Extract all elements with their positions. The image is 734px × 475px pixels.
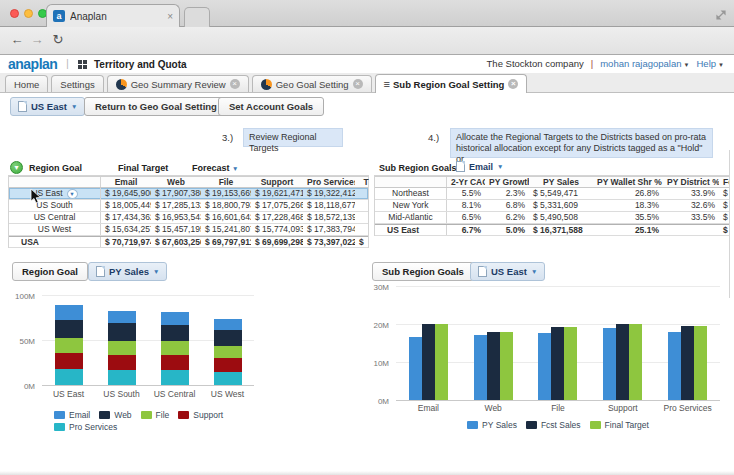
data-cell[interactable]: 6.7% bbox=[447, 225, 485, 235]
data-cell[interactable] bbox=[355, 200, 369, 211]
data-cell[interactable] bbox=[355, 212, 369, 223]
row-label[interactable]: New York bbox=[375, 200, 447, 211]
back-icon[interactable]: ← bbox=[8, 30, 26, 50]
tab-geo-goal-setting[interactable]: Geo Goal Setting × bbox=[252, 75, 372, 92]
data-cell[interactable]: $ 18,118,677 bbox=[303, 200, 355, 211]
row-label[interactable]: US East▼ bbox=[9, 188, 101, 199]
table-row[interactable]: Northeast5.5%2.3%$ 5,549,47126.8%33.9%$ … bbox=[375, 188, 729, 200]
data-cell[interactable]: $ 5,549,471 bbox=[529, 188, 593, 199]
data-cell[interactable]: $ 15,634,257 bbox=[101, 224, 151, 235]
data-cell[interactable]: $ 17,285,132 bbox=[151, 200, 201, 211]
data-cell[interactable]: $ 17,434,362 bbox=[101, 212, 151, 223]
data-cell[interactable]: 5.5% bbox=[447, 188, 485, 199]
data-cell[interactable]: 25.1% bbox=[593, 225, 663, 235]
row-label[interactable]: US South bbox=[9, 200, 101, 211]
data-cell[interactable]: $ 69,699,298 bbox=[251, 237, 303, 247]
tab-sub-region-goal-setting[interactable]: ≡ Sub Region Goal Setting × bbox=[375, 74, 528, 93]
region-selector-dropdown[interactable]: US East ▼ bbox=[10, 97, 85, 116]
data-cell[interactable]: 6.8% bbox=[485, 200, 529, 211]
row-label[interactable]: Northeast bbox=[375, 188, 447, 199]
table-row[interactable]: Mid-Atlantic6.5%6.2%$ 5,490,50835.5%33.5… bbox=[375, 212, 729, 224]
help-menu[interactable]: Help▼ bbox=[697, 58, 725, 69]
data-cell[interactable]: $ 16,601,642 bbox=[201, 212, 251, 223]
forward-icon[interactable]: → bbox=[28, 30, 46, 50]
reload-icon[interactable]: ↻ bbox=[49, 30, 67, 50]
row-label[interactable]: US Central bbox=[9, 212, 101, 223]
table-row[interactable]: US Central$ 17,434,362$ 16,953,543$ 16,6… bbox=[9, 212, 368, 224]
return-to-geo-goal-setting-button[interactable]: Return to Geo Goal Setting bbox=[84, 97, 228, 116]
data-cell[interactable]: $ 18,572,139 bbox=[303, 212, 355, 223]
data-cell[interactable]: $ 17,228,468 bbox=[251, 212, 303, 223]
data-cell[interactable]: 5.0% bbox=[485, 225, 529, 235]
region-goal-chart-button[interactable]: Region Goal bbox=[12, 262, 88, 281]
data-cell[interactable]: 2.3% bbox=[485, 188, 529, 199]
data-cell[interactable]: $ 16,371,588 bbox=[529, 225, 593, 235]
window-close-icon[interactable] bbox=[10, 9, 19, 18]
data-cell[interactable]: $ 19,645,906 bbox=[101, 188, 151, 199]
row-label[interactable]: US West bbox=[9, 224, 101, 235]
data-cell[interactable]: $ 5,331,609 bbox=[529, 200, 593, 211]
sub-region-goals-chart-button[interactable]: Sub Region Goals bbox=[372, 262, 474, 281]
expand-circle-icon[interactable]: ▾ bbox=[10, 161, 23, 174]
row-dropdown-icon[interactable]: ▼ bbox=[67, 189, 78, 199]
data-cell[interactable]: $ 17,383,794 bbox=[303, 224, 355, 235]
data-cell[interactable] bbox=[663, 225, 719, 235]
data-cell[interactable]: $ 15,457,195 bbox=[151, 224, 201, 235]
data-cell[interactable] bbox=[355, 224, 369, 235]
data-cell[interactable]: $ 17,075,266 bbox=[251, 200, 303, 211]
data-cell[interactable]: 35.5% bbox=[593, 212, 663, 223]
tab-close-icon[interactable]: × bbox=[508, 79, 518, 89]
row-label[interactable]: USA bbox=[9, 237, 101, 247]
table-row[interactable]: US South$ 18,005,449$ 17,285,132$ 18,800… bbox=[9, 200, 368, 212]
data-cell[interactable]: $ 16,953,543 bbox=[151, 212, 201, 223]
table-row[interactable]: US West$ 15,634,257$ 15,457,195$ 15,241,… bbox=[9, 224, 368, 236]
data-cell[interactable]: $ 15,774,093 bbox=[251, 224, 303, 235]
forecast-selector[interactable]: Forecast ▼ bbox=[192, 163, 238, 173]
data-cell[interactable] bbox=[355, 188, 369, 199]
data-cell[interactable]: 26.8% bbox=[593, 188, 663, 199]
tab-geo-summary-review[interactable]: Geo Summary Review × bbox=[107, 75, 249, 92]
product-selector-dropdown[interactable]: Email ▼ bbox=[456, 161, 503, 172]
data-cell[interactable]: $ 18,005,449 bbox=[101, 200, 151, 211]
data-cell[interactable]: 33.9% bbox=[663, 188, 719, 199]
data-cell[interactable]: 18.3% bbox=[593, 200, 663, 211]
tab-home[interactable]: Home bbox=[5, 75, 48, 92]
data-cell[interactable]: $ 69,797,911 bbox=[201, 237, 251, 247]
data-cell[interactable]: $ 17,907,386 bbox=[151, 188, 201, 199]
new-tab-button[interactable] bbox=[184, 7, 210, 27]
tab-settings[interactable]: Settings bbox=[51, 75, 103, 92]
py-sales-selector-dropdown[interactable]: PY Sales ▼ bbox=[88, 262, 167, 281]
data-cell[interactable]: 33.5% bbox=[663, 212, 719, 223]
tab-menu-icon[interactable]: ≡ bbox=[384, 78, 389, 90]
data-cell[interactable]: $ 19,322,412 bbox=[303, 188, 355, 199]
data-cell[interactable]: $ 70,719,974 bbox=[101, 237, 151, 247]
data-cell[interactable]: 6.2% bbox=[485, 212, 529, 223]
row-label[interactable]: US East bbox=[375, 225, 447, 235]
data-cell[interactable]: 6.5% bbox=[447, 212, 485, 223]
data-cell[interactable]: $ 67,603,256 bbox=[151, 237, 201, 247]
table-row[interactable]: US East6.7%5.0%$ 16,371,58825.1%$ 19,64 bbox=[375, 224, 729, 236]
table-row[interactable]: US East▼$ 19,645,906$ 17,907,386$ 19,153… bbox=[9, 188, 368, 200]
row-label[interactable]: Mid-Atlantic bbox=[375, 212, 447, 223]
us-east-selector-dropdown[interactable]: US East ▼ bbox=[470, 262, 545, 281]
data-cell[interactable]: $ 19,153,669 bbox=[201, 188, 251, 199]
user-menu[interactable]: mohan rajagopalan▼ bbox=[600, 58, 689, 69]
data-cell[interactable]: $ 18,800,793 bbox=[201, 200, 251, 211]
set-account-goals-button[interactable]: Set Account Goals bbox=[218, 97, 324, 116]
data-cell[interactable]: 32.6% bbox=[663, 200, 719, 211]
browser-tab[interactable]: a Anaplan × bbox=[46, 4, 180, 27]
window-minimize-icon[interactable] bbox=[24, 9, 33, 18]
data-cell[interactable]: $ 5,490,508 bbox=[529, 212, 593, 223]
data-cell[interactable]: $ 15,241,807 bbox=[201, 224, 251, 235]
data-cell[interactable]: $ bbox=[355, 237, 369, 247]
window-resize-icon[interactable] bbox=[716, 6, 726, 24]
tab-close-icon[interactable]: × bbox=[353, 79, 363, 89]
data-cell[interactable]: $ 73,397,022 bbox=[303, 237, 355, 247]
table-row[interactable]: New York8.1%6.8%$ 5,331,60918.3%32.6%$ 6… bbox=[375, 200, 729, 212]
tab-close-icon[interactable]: × bbox=[167, 11, 173, 22]
data-cell[interactable]: 8.1% bbox=[447, 200, 485, 211]
table-row[interactable]: USA$ 70,719,974$ 67,603,256$ 69,797,911$… bbox=[9, 236, 368, 248]
data-cell[interactable]: $ 19,621,471 bbox=[251, 188, 303, 199]
category-label: Web bbox=[462, 404, 524, 413]
tab-close-icon[interactable]: × bbox=[230, 79, 240, 89]
